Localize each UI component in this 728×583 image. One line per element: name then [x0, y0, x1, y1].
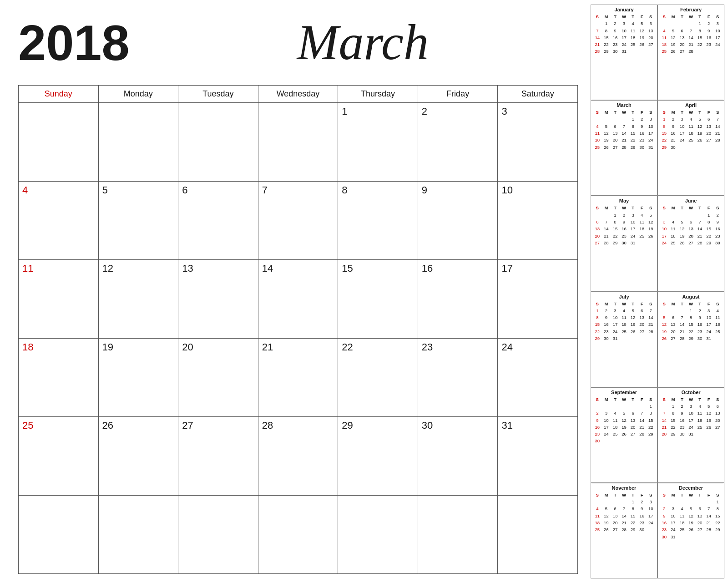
mini-cell-r3d1: 17 — [602, 424, 611, 431]
mini-cell-r3d0: 18 — [660, 41, 669, 48]
day-cell-week3-day4: 22 — [338, 339, 418, 417]
mini-cell-r3d0: 16 — [593, 424, 602, 431]
mini-hdr-5: F — [637, 109, 647, 116]
day-cell-week5-day0 — [19, 496, 99, 574]
mini-cell-r4d3: 29 — [687, 335, 696, 342]
mini-cal-title-august: August — [660, 294, 722, 299]
mini-cell-r3d0: 19 — [660, 328, 669, 335]
mini-cell-r3d4: 23 — [695, 328, 704, 335]
mini-cell-r3d5: 27 — [704, 137, 713, 143]
mini-cell-r2d2: 14 — [677, 321, 687, 328]
mini-cell-r2d5: 18 — [637, 225, 647, 232]
mini-cell-r2d0: 11 — [660, 34, 669, 41]
mini-cell-r3d0: 22 — [660, 137, 669, 143]
day-cell-week5-day5 — [418, 496, 498, 574]
mini-cal-grid-august: SMTWTFS 12345678910111213141516171819202… — [660, 300, 722, 342]
mini-cal-title-november: November — [593, 485, 655, 491]
mini-cell-r4d2: 25 — [611, 431, 620, 437]
mini-cell-r0d1 — [669, 498, 678, 505]
day-cell-week3-day6: 24 — [498, 339, 578, 417]
mini-hdr-6: S — [713, 204, 722, 211]
mini-cell-r0d3: 2 — [620, 212, 629, 218]
mini-cell-r3d4: 20 — [628, 424, 637, 431]
mini-hdr-3: W — [687, 109, 696, 116]
day-cell-week3-day0: 18 — [19, 339, 99, 417]
mini-hdr-6: S — [713, 396, 722, 403]
mini-hdr-4: T — [628, 109, 637, 116]
mini-cell-r4d0: 28 — [593, 48, 602, 55]
mini-cell-r1d5: 12 — [637, 27, 647, 34]
mini-cell-r1d2: 6 — [677, 27, 687, 34]
mini-hdr-4: T — [695, 13, 704, 20]
mini-cell-r0d5: 2 — [637, 116, 647, 122]
mini-cell-r1d6: 8 — [713, 505, 722, 512]
mini-cell-r1d1: 3 — [602, 410, 611, 416]
mini-cell-r3d5: 21 — [637, 424, 647, 431]
mini-cell-r2d1: 11 — [669, 225, 678, 232]
mini-cell-r1d2: 9 — [677, 410, 687, 416]
day-header-thursday: Thursday — [338, 86, 418, 102]
mini-cell-r2d5: 20 — [704, 130, 713, 137]
mini-cell-r3d0: 22 — [593, 328, 602, 335]
mini-hdr-3: W — [687, 396, 696, 403]
mini-cell-r1d2: 9 — [611, 27, 620, 34]
mini-cell-r4d1: 27 — [669, 335, 678, 342]
mini-cell-r3d4: 20 — [695, 519, 704, 526]
mini-cell-r3d1: 22 — [669, 424, 678, 431]
day-cell-week4-day5: 30 — [418, 417, 498, 495]
mini-cell-r1d6: 10 — [646, 123, 655, 130]
mini-cell-r3d3: 22 — [687, 328, 696, 335]
mini-cell-r1d4: 11 — [695, 410, 704, 416]
mini-cell-r1d3: 7 — [687, 27, 696, 34]
mini-cell-r3d2: 20 — [677, 41, 687, 48]
mini-cell-r0d2 — [611, 116, 620, 122]
mini-cell-r3d6: 22 — [713, 519, 722, 526]
mini-cell-r1d0: 6 — [593, 218, 602, 225]
mini-cell-r4d2: 26 — [677, 239, 687, 246]
mini-hdr-2: T — [677, 109, 687, 116]
main-header: 2018 March — [18, 14, 578, 71]
mini-hdr-3: W — [620, 13, 629, 20]
mini-cell-r1d4: 8 — [628, 505, 637, 512]
mini-cell-r4d5 — [704, 431, 713, 437]
mini-cell-r4d6 — [713, 144, 722, 151]
mini-cell-r4d0: 25 — [593, 526, 602, 533]
mini-hdr-3: W — [687, 13, 696, 20]
mini-hdr-2: T — [611, 109, 620, 116]
mini-cell-r4d1: 24 — [602, 431, 611, 437]
mini-cell-r4d4 — [628, 335, 637, 342]
mini-cal-december: DecemberSMTWTFS 123456789101112131415161… — [657, 483, 724, 578]
day-cell-week1-day1: 5 — [99, 182, 179, 260]
mini-cell-r1d2: 10 — [611, 314, 620, 321]
mini-cell-r1d5: 9 — [637, 505, 647, 512]
mini-hdr-4: T — [628, 13, 637, 20]
mini-cell-r3d0: 18 — [593, 137, 602, 143]
week-row-1: 45678910 — [19, 182, 578, 260]
mini-cell-r0d4: 5 — [695, 116, 704, 122]
mini-cell-r3d1: 18 — [669, 233, 678, 239]
mini-cell-r0d2 — [677, 20, 687, 27]
mini-cal-grid-september: SMTWTFS 12345678910111213141516171819202… — [593, 396, 655, 445]
mini-cell-r4d6 — [713, 335, 722, 342]
mini-cell-r0d5: 6 — [637, 307, 647, 314]
mini-cal-title-june: June — [660, 198, 722, 203]
mini-cell-r2d1: 15 — [602, 34, 611, 41]
day-header-friday: Friday — [418, 86, 498, 102]
mini-cell-r4d5 — [637, 48, 647, 55]
mini-cell-r4d0: 29 — [660, 144, 669, 151]
mini-cell-r0d0 — [593, 20, 602, 27]
mini-hdr-6: S — [713, 300, 722, 307]
mini-cell-r1d1: 5 — [602, 505, 611, 512]
mini-cell-r4d3: 26 — [687, 526, 696, 533]
day-cell-week2-day1: 12 — [99, 260, 179, 338]
mini-cell-r4d6 — [646, 526, 655, 533]
mini-cell-r0d2: 2 — [611, 20, 620, 27]
mini-cell-r1d0: 2 — [660, 505, 669, 512]
mini-cell-r4d3: 28 — [620, 144, 629, 151]
day-header-monday: Monday — [99, 86, 179, 102]
mini-hdr-6: S — [713, 13, 722, 20]
day-cell-week2-day6: 17 — [498, 260, 578, 338]
mini-cell-r1d4: 12 — [628, 314, 637, 321]
mini-cell-r1d4: 6 — [628, 410, 637, 416]
mini-cell-r0d0 — [593, 403, 602, 410]
